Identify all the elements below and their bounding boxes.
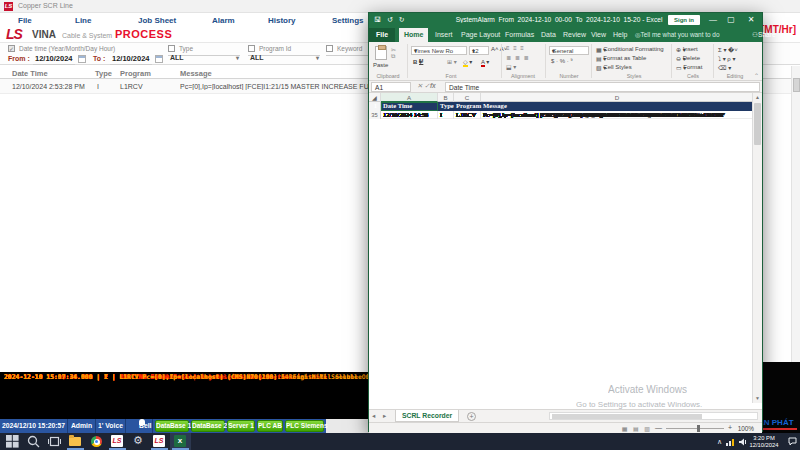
plc-siemens-button[interactable]: PLC Siemens (285, 420, 324, 432)
cell-type[interactable]: I (438, 111, 454, 120)
close-button[interactable]: ✕ (744, 13, 758, 27)
database2-button[interactable]: DataBase 2 (191, 420, 225, 432)
column-b-header[interactable]: B (438, 93, 454, 102)
align-left-icons[interactable]: ≣ ≣ ≣ (506, 54, 529, 61)
start-button[interactable] (2, 433, 23, 450)
col-program[interactable]: Program (120, 69, 151, 78)
status-bell[interactable]: Bell (126, 419, 153, 433)
font-name-select[interactable]: Times New Ro ▾ (411, 46, 467, 55)
view-mode-icons[interactable]: ▦ ▤ ▥ (622, 425, 652, 432)
column-a-header[interactable]: A (381, 93, 438, 102)
format-as-table-button[interactable]: ▤ Format as Table ▾ (596, 55, 606, 62)
keyword-checkbox[interactable] (326, 45, 333, 52)
scrollbar-thumb[interactable] (793, 78, 800, 92)
tab-formulas[interactable]: Formulas (505, 28, 534, 42)
menu-line[interactable]: Line (75, 16, 91, 25)
tell-me-box[interactable]: ◎ Tell me what you want to do (635, 28, 641, 42)
excel-taskbar-button[interactable]: x (170, 433, 191, 450)
cell-c1[interactable]: Program (454, 102, 481, 111)
sign-in-button[interactable]: Sign in (668, 15, 700, 25)
tab-insert[interactable]: Insert (435, 28, 453, 42)
tab-view[interactable]: View (591, 28, 606, 42)
insert-cells-button[interactable]: ⊕ Insert ▾ (676, 46, 686, 53)
new-sheet-icon[interactable]: + (467, 412, 476, 421)
tab-data[interactable]: Data (541, 28, 556, 42)
zoom-in-icon[interactable]: + (728, 424, 732, 431)
menu-job-sheet[interactable]: Job Sheet (138, 16, 176, 25)
paste-icon[interactable] (375, 46, 387, 60)
fill-color-icon[interactable]: ◇ ▾ (463, 58, 472, 65)
collapse-ribbon-icon[interactable]: ⌃ (754, 72, 759, 79)
scrollbar-thumb[interactable] (754, 103, 761, 145)
col-date-time[interactable]: Date Time (12, 69, 48, 78)
fill-icon[interactable]: ⤵ ▾ ρ ▾ (718, 55, 735, 62)
row-number[interactable]: 1 (369, 102, 381, 111)
tray-chevron-icon[interactable]: ∧ (717, 438, 722, 446)
conditional-formatting-button[interactable]: ▦ Conditional Formatting ▾ (596, 46, 606, 53)
scroll-down-icon[interactable]: ▼ (753, 394, 762, 403)
maximize-button[interactable]: ▢ (724, 13, 738, 27)
status-user[interactable]: Admin (68, 419, 96, 433)
taskbar-clock[interactable]: 3:20 PM 12/10/2024 (742, 435, 786, 448)
type-checkbox[interactable] (168, 45, 175, 52)
to-date-input[interactable]: 12/10/2024 (110, 54, 152, 65)
scroll-up-icon[interactable]: ▲ (753, 93, 762, 102)
sheet-nav-arrows[interactable]: ◂ ▸ (372, 412, 389, 420)
database1-button[interactable]: DataBase 1 (155, 420, 189, 432)
grow-shrink-font-icons[interactable]: A˄ A˅ (491, 46, 507, 52)
formula-bar[interactable]: Date Time (445, 82, 760, 92)
tab-help[interactable]: Help (613, 28, 627, 42)
settings-button[interactable]: ⚙ (128, 433, 149, 450)
sheet-header-row[interactable]: 1 Date Time Type Program Message (369, 102, 754, 111)
paste-label[interactable]: Paste (373, 62, 388, 68)
notification-center-icon[interactable] (788, 437, 797, 446)
number-format-select[interactable]: General ▾ (549, 46, 589, 55)
font-color-icon[interactable]: A ▾ (481, 58, 489, 65)
select-all-corner[interactable]: ◢ (369, 93, 381, 102)
share-button[interactable]: ⚇ Share (752, 28, 758, 42)
zoom-slider[interactable] (666, 428, 724, 429)
file-explorer-button[interactable] (65, 433, 86, 450)
delete-cells-button[interactable]: ⊖ Delete ▾ (676, 55, 686, 62)
task-view-button[interactable] (44, 433, 65, 450)
tab-home[interactable]: Home (399, 28, 428, 42)
log-table-scrollbar[interactable] (791, 66, 800, 372)
currency-percent-comma-icons[interactable]: $ · % · ⁹ (551, 58, 573, 64)
col-message[interactable]: Message (180, 69, 212, 78)
type-dropdown[interactable]: ALL▾ (168, 54, 240, 56)
ls-app1-button[interactable]: LS (107, 433, 128, 450)
plc-ab-button[interactable]: PLC AB (257, 420, 283, 432)
merge-center-icon[interactable]: ⬓ ▾ (506, 63, 516, 70)
cell-styles-button[interactable]: ▧ Cell Styles ▾ (596, 64, 606, 71)
from-date-input[interactable]: 12/10/2024 (33, 54, 75, 65)
network-icon[interactable] (726, 438, 736, 446)
ls-app2-button[interactable]: LS (149, 433, 170, 450)
search-button[interactable] (23, 433, 44, 450)
border-icon[interactable]: ⊞ ▾ (447, 58, 457, 65)
cell-program[interactable]: L1RCV (454, 111, 481, 120)
sheet-tab-scrl-recorder[interactable]: SCRL Recorder (395, 410, 459, 422)
quick-access-toolbar[interactable]: 🖫 ↺ ↻ (374, 16, 407, 24)
cell-date[interactable]: 12/10/2024 14:44 (381, 111, 438, 120)
menu-history[interactable]: History (268, 16, 296, 25)
program-checkbox[interactable] (248, 45, 255, 52)
chrome-button[interactable] (86, 433, 107, 450)
from-calendar-icon[interactable] (78, 55, 86, 63)
horizontal-scrollbar[interactable] (549, 412, 758, 420)
sheet-row[interactable]: 35 12/10/2024 14:44 I L1RCV Pc=[0],Ip=[l… (369, 111, 754, 120)
row-number[interactable]: 35 (369, 111, 381, 120)
column-c-header[interactable]: C (454, 93, 481, 102)
cell-b1[interactable]: Type (438, 102, 454, 111)
fx-icons[interactable]: ✕ ✓ fx (417, 82, 430, 90)
tab-review[interactable]: Review (563, 28, 586, 42)
scrollbar-thumb[interactable] (552, 414, 702, 419)
clear-icon[interactable]: ⌫ ▾ (718, 64, 731, 71)
name-box[interactable]: A1 (371, 82, 411, 92)
autosum-icon[interactable]: Σ ▾ �˅ (718, 46, 738, 53)
vertical-scrollbar[interactable]: ▲ ▼ (752, 93, 762, 403)
zoom-slider-thumb[interactable] (697, 425, 700, 432)
bold-italic-underline-icons[interactable]: B I U ▾ (413, 58, 422, 65)
zoom-level[interactable]: 100% (738, 425, 754, 432)
status-voice[interactable]: 1' Voice (96, 419, 126, 433)
align-top-icons[interactable]: ≡ ≡ ≡ (506, 45, 525, 51)
